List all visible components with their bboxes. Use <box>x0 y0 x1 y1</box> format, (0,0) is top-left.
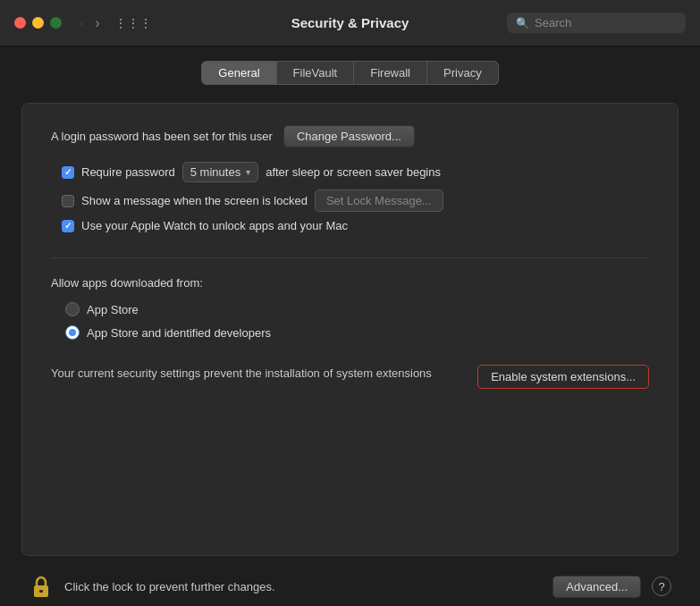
login-password-label: A login password has been set for this u… <box>51 130 273 143</box>
apple-watch-checkbox[interactable] <box>62 220 74 232</box>
require-password-row: Require password 5 minutes ▾ after sleep… <box>51 162 649 182</box>
window-title: Security & Privacy <box>291 15 409 30</box>
app-store-radio[interactable] <box>65 302 80 316</box>
lock-label: Click the lock to prevent further change… <box>64 580 542 593</box>
lock-icon <box>31 575 51 598</box>
require-password-checkbox[interactable] <box>62 166 74 179</box>
grid-icon[interactable]: ⋮⋮⋮ <box>114 16 152 30</box>
nav-arrows: ‹ › <box>76 14 104 32</box>
lock-button[interactable] <box>29 574 54 599</box>
app-store-developers-radio-row: App Store and identified developers <box>51 325 649 340</box>
password-time-value: 5 minutes <box>190 165 240 179</box>
help-button[interactable]: ? <box>652 577 671 596</box>
allow-apps-label: Allow apps downloaded from: <box>51 276 649 290</box>
tab-filevault[interactable]: FileVault <box>277 61 355 85</box>
titlebar: ‹ › ⋮⋮⋮ Security & Privacy 🔍 <box>0 0 700 46</box>
login-password-row: A login password has been set for this u… <box>51 125 649 147</box>
tab-firewall[interactable]: Firewall <box>354 61 427 85</box>
advanced-button[interactable]: Advanced... <box>552 576 641 598</box>
app-store-label: App Store <box>87 303 139 316</box>
require-password-post-label: after sleep or screen saver begins <box>266 165 441 179</box>
search-icon: 🔍 <box>516 17 529 29</box>
show-message-label: Show a message when the screen is locked <box>81 194 308 207</box>
tab-general[interactable]: General <box>201 61 276 85</box>
password-time-dropdown[interactable]: 5 minutes ▾ <box>182 162 258 182</box>
dropdown-arrow-icon: ▾ <box>246 167 250 177</box>
back-button[interactable]: ‹ <box>76 14 88 32</box>
close-button[interactable] <box>14 17 26 29</box>
settings-panel: A login password has been set for this u… <box>21 103 679 556</box>
bottom-bar: Click the lock to prevent further change… <box>21 567 679 606</box>
apple-watch-label: Use your Apple Watch to unlock apps and … <box>81 219 348 232</box>
change-password-button[interactable]: Change Password... <box>283 125 415 147</box>
section-divider <box>51 257 649 258</box>
tab-privacy[interactable]: Privacy <box>427 61 499 85</box>
set-lock-message-button[interactable]: Set Lock Message... <box>315 189 443 212</box>
search-input[interactable] <box>535 16 677 29</box>
app-store-developers-radio[interactable] <box>65 325 80 340</box>
require-password-pre-label: Require password <box>81 165 175 179</box>
traffic-lights <box>14 17 62 29</box>
enable-extensions-button[interactable]: Enable system extensions... <box>477 365 649 389</box>
maximize-button[interactable] <box>50 17 62 29</box>
svg-rect-1 <box>39 590 43 593</box>
app-store-developers-label: App Store and identified developers <box>87 326 271 340</box>
app-store-radio-row: App Store <box>51 302 649 316</box>
search-box[interactable]: 🔍 <box>507 13 686 33</box>
tab-bar: General FileVault Firewall Privacy <box>21 61 679 85</box>
extension-warning-text: Your current security settings prevent t… <box>51 365 463 383</box>
show-message-checkbox[interactable] <box>62 195 74 207</box>
apple-watch-row: Use your Apple Watch to unlock apps and … <box>51 219 649 232</box>
minimize-button[interactable] <box>32 17 44 29</box>
show-message-row: Show a message when the screen is locked… <box>51 189 649 212</box>
extension-warning-row: Your current security settings prevent t… <box>51 365 649 389</box>
forward-button[interactable]: › <box>91 14 103 32</box>
content-area: General FileVault Firewall Privacy A log… <box>0 46 700 606</box>
